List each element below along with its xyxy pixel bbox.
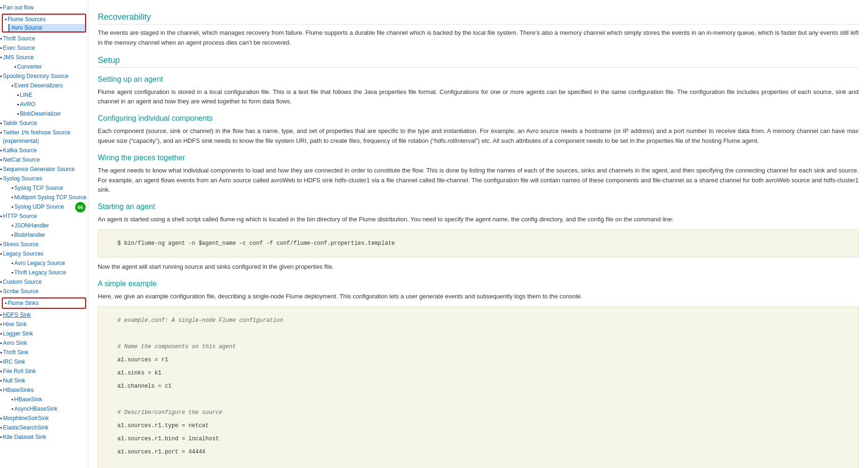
simple-example-text: Here, we give an example configuration f… xyxy=(98,292,859,302)
example-code-block: # example.conf: A single-node Flume conf… xyxy=(98,306,859,468)
starting-text: An agent is started using a shell script… xyxy=(98,215,859,225)
sidebar-item-syslog-udp-source[interactable]: Syslog UDP Source xyxy=(0,202,88,211)
sidebar-item-hbase-sinks[interactable]: HBaseSinks xyxy=(0,385,88,395)
example-code-comment1: # example.conf: A single-node Flume conf… xyxy=(117,317,283,324)
sidebar-item-netcat-source[interactable]: NetCat Source xyxy=(0,155,88,164)
sidebar-item-syslog-tcp-source[interactable]: Syslog TCP Source xyxy=(0,183,88,193)
simple-example-title: A simple example xyxy=(98,280,859,288)
sidebar-item-hbasesink[interactable]: HBaseSink xyxy=(0,395,88,404)
sidebar-item-logger-sink[interactable]: Logger Sink xyxy=(0,329,88,338)
wiring-text: The agent needs to know what individual … xyxy=(98,166,859,195)
example-code-line5: a1.sources.r1.bind = localhost xyxy=(117,436,219,442)
example-code-line4: a1.sources.r1.type = netcat xyxy=(117,422,209,429)
sidebar-item-multiport-syslog-tcp-source[interactable]: Multiport Syslog TCP Source xyxy=(0,193,88,202)
notification-badge[interactable]: 66 xyxy=(75,202,86,212)
sidebar-item-blobhandler[interactable]: BlobHandler xyxy=(0,230,88,240)
sidebar-item-legacy-sources[interactable]: Legacy Sources xyxy=(0,249,88,258)
sidebar-item-sequence-generator-source[interactable]: Sequence Generator Source xyxy=(0,164,88,174)
sidebar-item-event-deserializers[interactable]: Event Deserializers xyxy=(0,81,88,90)
setup-title: Setup xyxy=(98,55,859,68)
wiring-title: Wiring the pieces together xyxy=(98,154,859,162)
starting-title: Starting an agent xyxy=(98,203,859,211)
sidebar-item-spooling-directory-source[interactable]: Spooling Directory Source xyxy=(0,71,88,81)
sidebar-item-exec-source[interactable]: Exec Source xyxy=(0,43,88,53)
example-code-comment3: # Describe/configure the source xyxy=(117,409,222,416)
sidebar-item-morphlinesolrsink[interactable]: MorphlineSolrSink xyxy=(0,413,88,423)
sidebar-item-avro-sink[interactable]: Avro Sink xyxy=(0,338,88,348)
sidebar-item-hive-sink[interactable]: Hive Sink xyxy=(0,320,88,329)
sidebar-item-jsonhandler[interactable]: JSONHandler xyxy=(0,221,88,230)
sidebar-item-blob-deserializer[interactable]: BlobDeserializer xyxy=(0,109,88,118)
setting-up-text: Flume agent configuration is stored in a… xyxy=(98,87,859,107)
sidebar-item-elasticsearch-sink[interactable]: ElasticSearchSink xyxy=(0,423,88,432)
example-code-line6: a1.sources.r1.port = 44444 xyxy=(117,449,205,455)
example-code-line2: a1.sinks = k1 xyxy=(117,370,162,376)
sidebar-item-stress-source[interactable]: Stress Source xyxy=(0,240,88,249)
sidebar-item-http-source[interactable]: HTTP Source xyxy=(0,211,88,221)
sidebar-item-thrift-legacy-source[interactable]: Thrift Legacy Source xyxy=(0,268,88,277)
sidebar-section-flume-sinks[interactable]: Flume Sinks xyxy=(0,296,88,310)
sidebar-item-hdfs-sink[interactable]: HDFS Sink xyxy=(0,310,88,320)
sidebar-item-jms-source[interactable]: JMS Source xyxy=(0,53,88,62)
main-content: Recoverability The events are staged in … xyxy=(88,0,868,468)
sidebar-item-avro-legacy-source[interactable]: Avro Legacy Source xyxy=(0,258,88,268)
example-code-line1: a1.sources = r1 xyxy=(117,357,168,363)
command-code-block: $ bin/flume-ng agent -n $agent_name -c c… xyxy=(98,229,859,257)
sidebar: Fan out flow Flume Sources Avro Source T… xyxy=(0,0,88,468)
recoverability-title: Recoverability xyxy=(98,12,859,24)
sidebar-item-irc-sink[interactable]: IRC Sink xyxy=(0,357,88,367)
sidebar-item-asynchbasesink[interactable]: AsyncHBaseSink xyxy=(0,404,88,413)
sidebar-item-twitter-source[interactable]: Twitter 1% firehose Source (experimental… xyxy=(0,128,88,146)
sidebar-item-kafka-source[interactable]: Kafka Source xyxy=(0,146,88,155)
sidebar-item-taildir-source[interactable]: Taildir Source xyxy=(0,118,88,128)
sidebar-item-avro[interactable]: AVRO xyxy=(0,100,88,109)
sidebar-item-scribe-source[interactable]: Scribe Source xyxy=(0,287,88,296)
sidebar-item-thrift-sink[interactable]: Thrift Sink xyxy=(0,348,88,357)
sidebar-item-line[interactable]: LINE xyxy=(0,90,88,100)
sidebar-item-thrift-source[interactable]: Thrift Source xyxy=(0,34,88,43)
setting-up-title: Setting up an agent xyxy=(98,75,859,84)
after-command-text: Now the agent will start running source … xyxy=(98,262,859,272)
sidebar-item-file-roll-sink[interactable]: File Roll Sink xyxy=(0,367,88,376)
recoverability-text: The events are staged in the channel, wh… xyxy=(98,28,859,48)
configuring-title: Configuring individual components xyxy=(98,114,859,123)
sidebar-item-custom-source[interactable]: Custom Source xyxy=(0,277,88,287)
example-code-comment2: # Name the components on this agent xyxy=(117,343,236,350)
example-code-line3: a1.channels = c1 xyxy=(117,383,172,390)
sidebar-item-kite-dataset-sink[interactable]: Kite Dataset Sink xyxy=(0,432,88,442)
sidebar-item-null-sink[interactable]: Null Sink xyxy=(0,376,88,385)
sidebar-item-syslog-sources[interactable]: Syslog Sources xyxy=(0,174,88,183)
sidebar-section-flume-sources[interactable]: Flume Sources Avro Source xyxy=(0,12,88,34)
command-code: $ bin/flume-ng agent -n $agent_name -c c… xyxy=(117,240,395,247)
sidebar-item-converter[interactable]: Converter xyxy=(0,62,88,71)
configuring-text: Each component (source, sink or channel)… xyxy=(98,126,859,146)
sidebar-item-fan-out-flow[interactable]: Fan out flow xyxy=(0,3,88,12)
